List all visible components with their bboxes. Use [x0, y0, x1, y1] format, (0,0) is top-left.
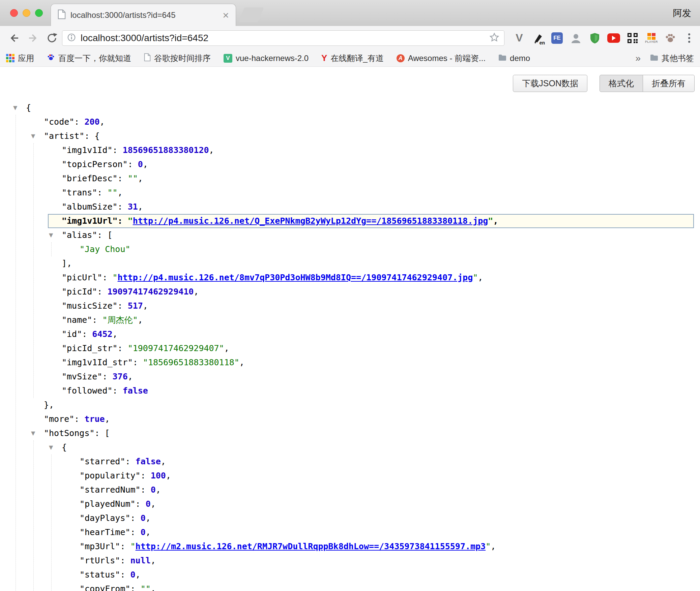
window-zoom-button[interactable] — [35, 9, 43, 17]
collapse-arrow-icon[interactable]: ▼ — [31, 129, 35, 143]
bookmark-google-sort[interactable]: 谷歌按时间排序 — [144, 53, 211, 64]
tab-close-icon[interactable]: × — [223, 10, 229, 21]
json-token: : { — [84, 131, 99, 141]
bookmark-star-icon[interactable] — [489, 32, 499, 44]
collapse-arrow-icon[interactable]: ▼ — [13, 101, 17, 115]
json-token: : — [141, 485, 151, 495]
bookmark-demo-folder[interactable]: demo — [498, 54, 530, 63]
json-token: " — [486, 541, 491, 551]
json-token: "Jay Chou" — [80, 244, 130, 254]
other-bookmarks-folder[interactable]: 其他书签 — [650, 53, 694, 64]
page-document-icon — [58, 9, 66, 21]
json-token: " — [113, 273, 118, 282]
json-token: "dayPlays" — [80, 513, 130, 523]
json-token: : — [82, 329, 92, 339]
bookmark-label: Awesomes - 前端资... — [408, 53, 486, 64]
json-token: , — [194, 287, 199, 297]
json-url-link[interactable]: http://m2.music.126.net/RMJR7wDullRqppBk… — [136, 541, 486, 551]
json-line: "musicSize": 517, — [0, 299, 700, 313]
bookmark-awesomes[interactable]: A Awesomes - 前端资... — [397, 53, 486, 64]
address-bar[interactable]: localhost:3000/artists?id=6452 — [62, 30, 504, 46]
json-token: 31 — [128, 202, 138, 212]
paw-extension-icon[interactable] — [664, 31, 677, 45]
json-token: "18569651883380118" — [143, 357, 239, 367]
json-token: 0 — [138, 159, 143, 169]
format-button[interactable]: 格式化 — [600, 75, 643, 92]
json-line: "Jay Chou" — [0, 242, 700, 256]
json-token: "copyFrom" — [80, 584, 130, 591]
json-token: "rtUrls" — [80, 556, 120, 565]
bookmark-label: 在线翻译_有道 — [330, 53, 383, 64]
json-token: "picId" — [62, 287, 97, 297]
baidu-paw-icon — [47, 53, 55, 63]
json-token: ], — [62, 258, 72, 268]
bookmark-vue-hackernews[interactable]: V vue-hackernews-2.0 — [224, 54, 309, 63]
json-token: "" — [128, 174, 138, 183]
json-line: "picUrl": "http://p4.music.126.net/8mv7q… — [0, 271, 700, 285]
bookmark-baidu[interactable]: 百度一下，你就知道 — [47, 53, 131, 64]
forward-button[interactable] — [24, 29, 42, 48]
shield-extension-icon[interactable] — [588, 31, 602, 45]
json-token: : [ — [95, 428, 110, 438]
json-token: : — [92, 315, 102, 325]
json-token: , — [161, 457, 166, 466]
json-line: "name": "周杰伦", — [0, 313, 700, 327]
url-text[interactable]: localhost:3000/artists?id=6452 — [81, 33, 489, 43]
json-token: "artist" — [44, 131, 84, 141]
json-token: : — [97, 188, 107, 197]
browser-menu-icon[interactable] — [682, 31, 696, 45]
new-tab-button[interactable] — [238, 7, 264, 22]
bookmark-youdao[interactable]: Y 在线翻译_有道 — [321, 53, 384, 64]
json-token: " — [128, 216, 133, 226]
bookmark-apps[interactable]: 应用 — [6, 53, 34, 64]
awesomes-icon: A — [397, 54, 405, 62]
qr-code-icon[interactable] — [626, 31, 639, 45]
json-token: : — [118, 202, 128, 212]
collapse-arrow-icon[interactable]: ▼ — [49, 228, 53, 242]
json-token: 0 — [151, 485, 156, 495]
json-token: "topicPerson" — [62, 159, 128, 169]
json-line: "popularity": 100, — [0, 469, 700, 483]
json-token: : — [118, 216, 128, 226]
window-minimize-button[interactable] — [23, 9, 30, 17]
window-close-button[interactable] — [10, 9, 18, 17]
player-extension-icon[interactable]: PLAYER — [645, 31, 658, 45]
json-line: "status": 0, — [0, 568, 700, 582]
download-json-button[interactable]: 下载JSON数据 — [513, 75, 587, 92]
fe-label: FE — [551, 32, 563, 44]
collapse-all-button[interactable]: 折叠所有 — [643, 75, 695, 92]
collapse-arrow-icon[interactable]: ▼ — [49, 440, 53, 455]
json-token: : — [97, 287, 107, 297]
translate-icon[interactable]: en — [531, 31, 545, 45]
bookmarks-overflow-chevron[interactable]: » — [635, 53, 641, 64]
apps-grid-icon — [6, 54, 14, 62]
extension-v-icon[interactable]: V — [513, 31, 526, 45]
bookmark-label: 应用 — [18, 53, 34, 64]
page-info-icon[interactable] — [67, 33, 76, 43]
json-token: 18569651883380120 — [123, 145, 209, 155]
json-token: "周杰伦" — [102, 315, 138, 325]
json-url-link[interactable]: http://p4.music.126.net/Q_ExePNkmgB2yWyL… — [133, 216, 488, 226]
collapse-arrow-icon[interactable]: ▼ — [31, 426, 35, 440]
json-token: : — [130, 513, 141, 523]
profile-person-icon[interactable] — [569, 31, 583, 45]
fe-extension-icon[interactable]: FE — [550, 31, 564, 45]
json-token: "starredNum" — [80, 485, 141, 495]
json-line: "hearTime": 0, — [0, 525, 700, 539]
json-line: "dayPlays": 0, — [0, 511, 700, 525]
json-url-link[interactable]: http://p4.music.126.net/8mv7qP30Pd3oHW8b… — [118, 273, 473, 282]
json-token: : — [102, 273, 112, 282]
json-line: "img1v1Id": 18569651883380120, — [0, 143, 700, 157]
json-token: "hotSongs" — [44, 428, 95, 438]
json-token: 0 — [130, 570, 136, 580]
tab-strip: localhost:3000/artists?id=645 × 阿发 — [0, 0, 700, 26]
youtube-icon[interactable] — [607, 31, 620, 45]
json-token: : — [118, 174, 128, 183]
reload-button[interactable] — [42, 29, 61, 48]
back-button[interactable] — [5, 29, 24, 48]
json-token: : — [120, 556, 130, 565]
json-token: , — [105, 414, 110, 424]
json-token: " — [488, 216, 493, 226]
browser-tab[interactable]: localhost:3000/artists?id=645 × — [51, 4, 236, 26]
json-line: "albumSize": 31, — [0, 200, 700, 214]
